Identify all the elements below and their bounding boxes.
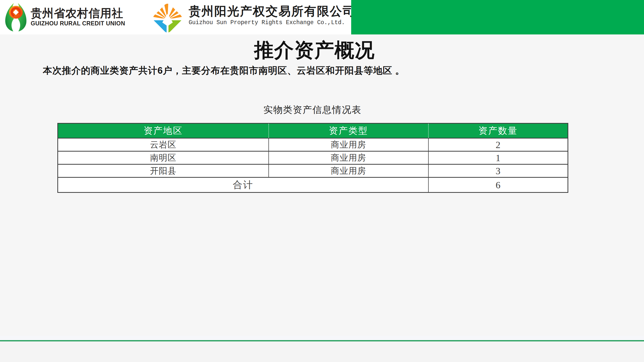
credit-union-logo-text: 贵州省农村信用社 GUIZHOU RURAL CREDIT UNION [31, 8, 125, 27]
pre-divider-strip [0, 336, 644, 340]
count-cell: 1 [428, 151, 568, 164]
header-bar: 贵州省农村信用社 GUIZHOU RURAL CREDIT UNION [0, 0, 351, 34]
total-row: 合计 6 [58, 177, 568, 193]
column-header-region: 资产地区 [58, 123, 269, 138]
sun-exchange-logo-text: 贵州阳光产权交易所有限公司 Guizhou Sun Property Right… [189, 5, 355, 26]
count-cell: 3 [428, 164, 568, 177]
sun-exchange-name: 贵州阳光产权交易所有限公司 [189, 5, 355, 18]
type-cell: 商业用房 [269, 151, 428, 164]
table-row: 云岩区 商业用房 2 [58, 138, 568, 151]
credit-union-name-en: GUIZHOU RURAL CREDIT UNION [31, 20, 125, 27]
region-cell: 云岩区 [58, 138, 269, 151]
total-label-cell: 合计 [58, 177, 428, 193]
total-count-cell: 6 [428, 177, 568, 193]
table-row: 开阳县 商业用房 3 [58, 164, 568, 177]
count-cell: 2 [428, 138, 568, 151]
region-cell: 开阳县 [58, 164, 269, 177]
credit-union-logo-icon [3, 3, 29, 32]
column-header-type: 资产类型 [269, 123, 428, 138]
column-header-count: 资产数量 [428, 123, 568, 138]
sun-exchange-name-en: Guizhou Sun Property Rights Exchange Co.… [189, 19, 355, 26]
intro-text: 本次推介的商业类资产共计6户，主要分布在贵阳市南明区、云岩区和开阳县等地区 。 [43, 64, 405, 77]
page-title: 推介资产概况 [0, 37, 629, 64]
table-caption: 实物类资产信息情况表 [57, 104, 568, 116]
asset-table: 资产地区 资产类型 资产数量 云岩区 商业用房 2 南明区 商业用房 1 开阳县… [57, 123, 568, 193]
footer-strip [0, 341, 644, 362]
sun-exchange-logo-icon [149, 2, 186, 34]
type-cell: 商业用房 [269, 138, 428, 151]
table-row: 南明区 商业用房 1 [58, 151, 568, 164]
credit-union-name: 贵州省农村信用社 [31, 8, 125, 19]
table-header-row: 资产地区 资产类型 资产数量 [58, 123, 568, 138]
type-cell: 商业用房 [269, 164, 428, 177]
region-cell: 南明区 [58, 151, 269, 164]
green-accent-bar [351, 0, 644, 34]
